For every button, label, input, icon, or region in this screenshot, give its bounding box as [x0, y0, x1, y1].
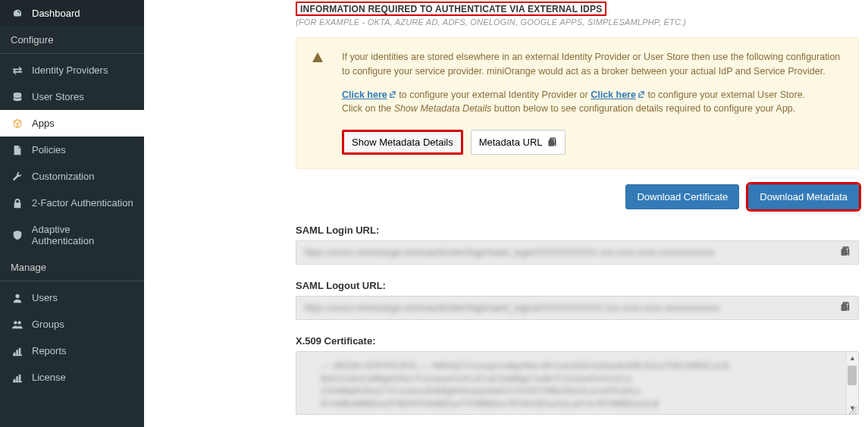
users-icon [11, 319, 24, 330]
sidebar-item-identity-providers[interactable]: Identity Providers [0, 57, 144, 83]
sidebar-item-label: Users [32, 292, 58, 303]
chart-icon [11, 372, 24, 383]
saml-login-url-field: https xxxxxx.miniorange.xx/moas/broker/l… [296, 240, 859, 265]
sidebar-item-reports[interactable]: Reports [0, 338, 144, 364]
chart-icon [11, 346, 24, 356]
sidebar-item-label: Customization [32, 171, 94, 182]
sidebar: Dashboard Configure Identity Providers U… [0, 0, 144, 427]
sidebar-separator [0, 53, 144, 54]
page-subtitle: (FOR EXAMPLE - OKTA, AZURE AD, ADFS, ONE… [296, 17, 859, 27]
sidebar-item-label: License [32, 372, 66, 383]
x509-certificate-label: X.509 Certificate: [296, 335, 859, 347]
copy-icon[interactable] [840, 246, 851, 259]
lock-icon [11, 198, 24, 209]
sidebar-item-label: User Stores [32, 91, 84, 102]
sidebar-item-groups[interactable]: Groups [0, 311, 144, 338]
resize-handle[interactable] [849, 405, 857, 413]
info-text-line2: Click here to configure your external Id… [342, 88, 844, 102]
sidebar-item-license[interactable]: License [0, 364, 144, 391]
sidebar-item-label: Adaptive Authentication [32, 224, 133, 246]
sidebar-item-label: Policies [32, 144, 66, 155]
sidebar-item-label: Dashboard [32, 8, 80, 19]
show-metadata-details-button[interactable]: Show Metadata Details [342, 130, 463, 155]
sidebar-item-label: Apps [32, 118, 55, 129]
sidebar-item-adaptive-auth[interactable]: Adaptive Authentication [0, 216, 144, 254]
sidebar-item-customization[interactable]: Customization [0, 163, 144, 190]
x509-certificate-value: -----BEGIN CERTIFICATE----- MIIDXjCC/xxx… [306, 359, 844, 410]
metadata-url-button[interactable]: Metadata URL [471, 130, 566, 155]
sidebar-header-configure: Configure [0, 27, 144, 50]
page-title: INFORMATION REQUIRED TO AUTHENTICATE VIA… [300, 4, 602, 14]
shield-icon [11, 230, 24, 240]
sidebar-item-apps[interactable]: Apps [0, 110, 144, 137]
external-link-icon [638, 88, 645, 102]
saml-logout-url-field: https xxxxxx.miniorange.xx/moas/broker/l… [296, 296, 859, 320]
wrench-icon [11, 171, 24, 182]
configure-userstore-link[interactable]: Click here [591, 89, 636, 100]
database-icon [11, 92, 24, 102]
sidebar-item-2fa[interactable]: 2-Factor Authentication [0, 190, 144, 216]
sidebar-item-users[interactable]: Users [0, 284, 144, 311]
sidebar-item-dashboard[interactable]: Dashboard [0, 0, 144, 27]
download-certificate-button[interactable]: Download Certificate [625, 184, 739, 209]
saml-logout-url-value: https xxxxxx.miniorange.xx/moas/broker/l… [304, 303, 719, 313]
x509-certificate-field: -----BEGIN CERTIFICATE----- MIIDXjCC/xxx… [296, 351, 859, 415]
sidebar-item-label: Reports [32, 345, 67, 356]
configure-idp-link[interactable]: Click here [342, 89, 387, 100]
scroll-thumb[interactable] [848, 366, 857, 385]
file-icon [11, 145, 24, 155]
sidebar-item-policies[interactable]: Policies [0, 137, 144, 163]
download-metadata-button[interactable]: Download Metadata [748, 184, 859, 209]
sidebar-separator [0, 281, 144, 281]
user-icon [11, 293, 24, 303]
sidebar-item-label: Identity Providers [32, 64, 108, 76]
dashboard-icon [11, 8, 24, 19]
external-link-icon [389, 88, 396, 102]
saml-login-url-value: https xxxxxx.miniorange.xx/moas/broker/l… [304, 247, 714, 258]
copy-icon [547, 137, 557, 147]
info-text-line1: If your identities are stored elsewhere … [342, 50, 844, 79]
scroll-up-arrow[interactable]: ▲ [847, 352, 858, 364]
saml-login-url-label: SAML Login URL: [296, 224, 859, 236]
sidebar-item-label: 2-Factor Authentication [32, 197, 133, 209]
page-title-box: INFORMATION REQUIRED TO AUTHENTICATE VIA… [296, 2, 606, 16]
warning-icon [312, 52, 324, 66]
sidebar-item-user-stores[interactable]: User Stores [0, 83, 144, 110]
cube-icon [11, 118, 24, 129]
sidebar-header-manage: Manage [0, 254, 144, 278]
info-text-line3: Click on the Show Metadata Details butto… [342, 102, 844, 116]
saml-logout-url-label: SAML Logout URL: [296, 280, 859, 291]
exchange-icon [11, 65, 24, 76]
sidebar-item-label: Groups [32, 319, 64, 330]
main-content: INFORMATION REQUIRED TO AUTHENTICATE VIA… [144, 0, 868, 427]
copy-icon[interactable] [840, 302, 851, 315]
info-panel: If your identities are stored elsewhere … [296, 37, 859, 169]
